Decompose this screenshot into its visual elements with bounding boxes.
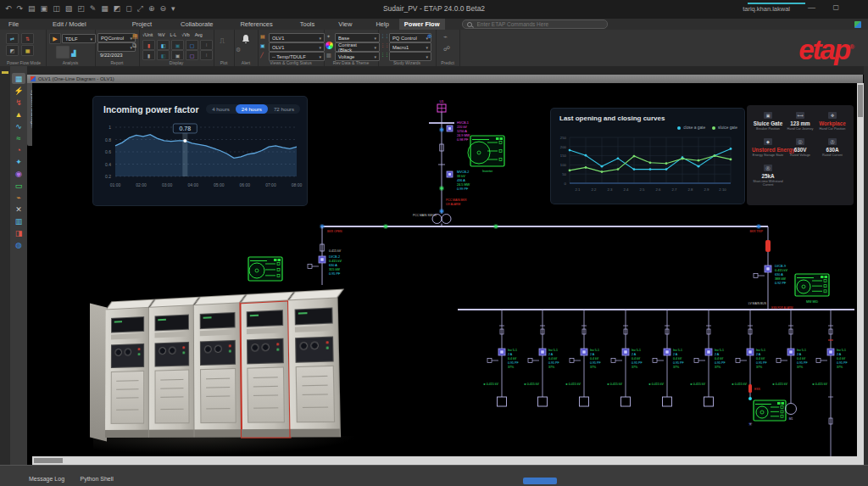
- report-icon[interactable]: ▤: [132, 33, 138, 40]
- display-toggle-v[interactable]: %V: [158, 32, 164, 37]
- battery-icon[interactable]: ▭: [12, 180, 25, 191]
- menu-edit-model[interactable]: Edit / Model: [47, 19, 92, 30]
- wizard-dropdown-1[interactable]: PQ Control▾: [389, 33, 431, 42]
- display-toggle-ll[interactable]: L-L: [170, 32, 177, 37]
- ups-icon[interactable]: ◨: [12, 227, 25, 238]
- menu-view[interactable]: View: [333, 19, 357, 30]
- display-option-icon-1-1[interactable]: ◧: [157, 50, 170, 60]
- svg-text:06:00: 06:00: [240, 182, 251, 187]
- switchgear-cabinet-1: [105, 308, 149, 438]
- menu-tools[interactable]: Tools: [295, 19, 320, 30]
- analysis-option-icon[interactable]: [56, 46, 70, 59]
- pf-mode-icon-4[interactable]: ▦: [21, 45, 34, 56]
- display-option-icon-0-1[interactable]: ◧: [157, 40, 170, 50]
- protection-icon[interactable]: ◔: [12, 144, 25, 155]
- load-flow-icon[interactable]: ⚡: [12, 85, 25, 96]
- display-option-icon-0-3[interactable]: ▢: [186, 40, 198, 50]
- report-dropdown[interactable]: PQControl▾: [97, 33, 136, 42]
- svg-text:0.95 PF: 0.95 PF: [329, 272, 341, 276]
- collapse-handle-icon[interactable]: [2, 71, 8, 74]
- feeder[interactable]: Inv 5-12 A0.4 kV0.95 PF37%◄ 0.415 kV: [689, 310, 726, 406]
- wizard-dropdown-2[interactable]: Macro1▾: [389, 42, 431, 52]
- alert-settings-icon[interactable]: ⚙: [236, 47, 241, 53]
- display-toggle-unit[interactable]: √Unit: [142, 32, 153, 37]
- svg-text:0.95 PF: 0.95 PF: [590, 361, 601, 365]
- svg-text:0.95 PF: 0.95 PF: [673, 361, 684, 365]
- feeder[interactable]: Inv 5-12 A0.4 kV0.95 PF37%◄ 0.415 kV: [482, 310, 519, 406]
- display-option-icon-0-4[interactable]: ⁞: [200, 40, 213, 50]
- menu-power-flow[interactable]: Power Flow: [399, 19, 445, 30]
- display-option-icon-1-4[interactable]: ⁞: [200, 50, 213, 60]
- add-wizard-icon[interactable]: ⊕: [427, 33, 432, 40]
- report-dropdown-2[interactable]: ▾: [97, 42, 136, 52]
- panel-icon[interactable]: ▥: [12, 215, 25, 226]
- minimize-button[interactable]: —: [808, 3, 815, 12]
- menu-references[interactable]: References: [235, 19, 277, 30]
- legend-sluice-gate: sluice gate: [712, 126, 737, 130]
- ribbon-group-plot: ⎍ Plot: [214, 30, 235, 66]
- pf-tab-72-hours[interactable]: 72 hours: [268, 104, 300, 114]
- display-option-icon-1-0[interactable]: ▮: [142, 50, 155, 60]
- predict-icon-1[interactable]: ⌁: [443, 33, 448, 41]
- analysis-mode-dropdown[interactable]: TDLF▾: [62, 34, 96, 43]
- motor-start-icon[interactable]: ◉: [12, 168, 25, 179]
- display-option-icon-0-0[interactable]: ▮: [142, 40, 155, 50]
- transient-icon[interactable]: ≈: [12, 132, 25, 143]
- pf-mode-icon-2[interactable]: ⇅: [21, 33, 34, 44]
- maximize-button[interactable]: ▢: [832, 3, 839, 11]
- pf-tab-24-hours[interactable]: 24 hours: [236, 104, 268, 114]
- analysis-chart-icon[interactable]: ▟: [71, 50, 75, 57]
- status-flag-icon[interactable]: [854, 21, 861, 28]
- one-line-view-icon[interactable]: ▦: [12, 73, 25, 84]
- feeder[interactable]: Inv 5-12 A0.4 kV0.95 PF37%◄ 0.415 kV: [811, 310, 848, 456]
- menu-project[interactable]: Project: [127, 19, 157, 30]
- message-log-tab[interactable]: Message Log: [29, 476, 64, 482]
- display-toggle-avg[interactable]: Avg: [195, 32, 203, 37]
- pf-mode-icon-1[interactable]: ⇄: [6, 33, 19, 44]
- cable-icon[interactable]: ✕: [12, 204, 25, 215]
- display-option-icon-0-2[interactable]: ▣: [171, 40, 184, 50]
- menu-collaborate[interactable]: Collaborate: [175, 19, 218, 30]
- feeder[interactable]: Inv 5-12 A0.4 kV0.95 PF37%◄ 0.415 kV: [606, 310, 643, 406]
- harmonic-icon[interactable]: ∿: [12, 120, 25, 131]
- theme-dropdown[interactable]: Contrast (Black▾: [335, 42, 380, 52]
- oneline-diagram-canvas[interactable]: U1HVCB-1220 kV1250 A24.9 MW0.98 PFMVCB-2…: [32, 83, 857, 456]
- ruler-icon: ⟷: [796, 112, 804, 119]
- pf-mode-icon-3[interactable]: ◩: [6, 45, 19, 56]
- feeder[interactable]: Inv 5-12 A0.4 kV0.95 PF37%◄ 0.415 kV: [565, 310, 601, 406]
- svg-text:0.4 kV: 0.4 kV: [837, 357, 846, 360]
- menu-file[interactable]: File: [3, 19, 24, 30]
- reliability-icon[interactable]: ✦: [12, 156, 25, 167]
- python-shell-tab[interactable]: Python Shell: [80, 476, 113, 482]
- feeder[interactable]: Inv 5-12 A0.4 kV0.95 PF37%◄ 0.415 kV: [523, 310, 559, 406]
- view-dropdown-2[interactable]: OLV1▾: [269, 42, 325, 52]
- horizontal-scroll-thumb[interactable]: [34, 458, 63, 463]
- taskbar-peek-button[interactable]: [523, 478, 557, 484]
- dc-flow-icon[interactable]: ⌁: [12, 192, 25, 203]
- vertical-scrollbar[interactable]: [857, 83, 864, 465]
- copy-report-icon[interactable]: ⧉: [132, 42, 136, 49]
- short-circuit-icon[interactable]: ↯: [12, 97, 25, 108]
- pf-tab-4-hours[interactable]: 4 hours: [206, 104, 236, 114]
- arc-flash-icon[interactable]: ▲: [12, 109, 25, 120]
- display-toggle-vb[interactable]: √Vb: [181, 32, 189, 37]
- svg-text:2.1: 2.1: [576, 187, 581, 192]
- feeder[interactable]: Inv 5-12 A0.4 kV0.95 PF37%◄ 0.415 kV: [648, 310, 684, 406]
- predict-icon-2[interactable]: ☍: [443, 45, 450, 53]
- display-option-icon-1-3[interactable]: ▢: [186, 50, 198, 60]
- svg-text:37%: 37%: [837, 366, 843, 369]
- menu-help[interactable]: Help: [370, 19, 393, 30]
- rev-dropdown[interactable]: Base▾: [335, 33, 380, 42]
- globe-icon[interactable]: ◍: [12, 239, 25, 250]
- vertical-scroll-thumb[interactable]: [858, 85, 863, 117]
- plot-icon[interactable]: ⎍: [220, 36, 225, 46]
- command-search-box[interactable]: [462, 20, 608, 29]
- oneline-window-titlebar[interactable]: OLV1 (One-Line Diagram - OLV1): [27, 75, 863, 83]
- alert-bell-icon[interactable]: [242, 34, 250, 44]
- horizontal-scrollbar[interactable]: [32, 456, 857, 465]
- feeder[interactable]: Inv 5-12 A0.4 kV0.95 PF37%◄ 0.415 kVESS✳: [731, 310, 786, 427]
- display-option-icon-1-2[interactable]: ▣: [171, 50, 184, 60]
- view-dropdown-1[interactable]: OLV1▾: [269, 33, 325, 42]
- command-search-input[interactable]: [476, 20, 603, 28]
- run-analysis-icon[interactable]: ▶: [49, 33, 61, 44]
